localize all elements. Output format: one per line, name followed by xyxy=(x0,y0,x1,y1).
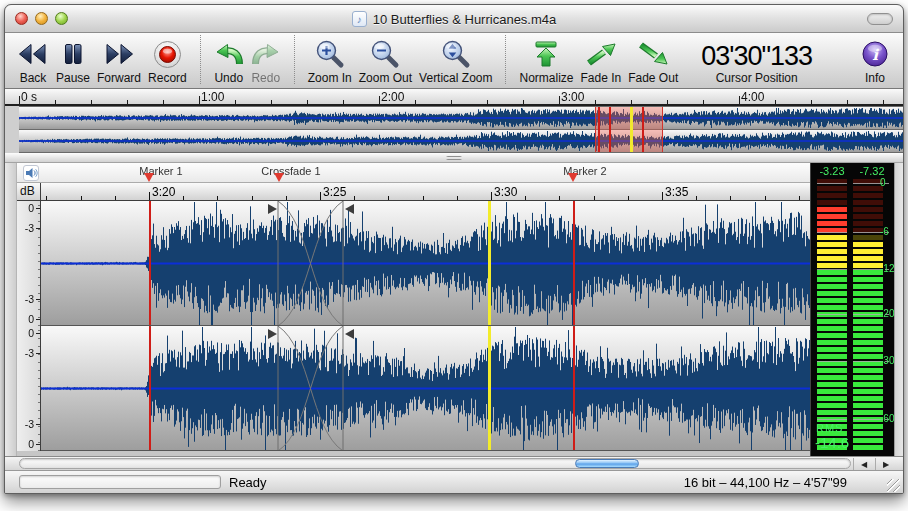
crossfade-region[interactable] xyxy=(266,201,356,326)
waveform-canvas-right[interactable] xyxy=(41,326,810,451)
db-axis-minor-tick xyxy=(38,229,40,230)
marker-handle[interactable] xyxy=(274,173,284,182)
rms-value: -14.6 xyxy=(815,434,849,451)
overview-marker-line xyxy=(642,107,644,152)
fade-in-button[interactable]: Fade In xyxy=(580,38,621,85)
window-title: 10 Butterflies & Hurricanes.m4a xyxy=(373,12,557,27)
db-axis-label: -3 xyxy=(25,293,34,305)
vertical-zoom-icon xyxy=(441,38,471,70)
scrollbar-track[interactable] xyxy=(19,458,851,469)
zoom-out-button[interactable]: Zoom Out xyxy=(359,38,412,85)
meter-scale-label: -20 xyxy=(880,308,894,319)
titlebar[interactable]: ♪ 10 Butterflies & Hurricanes.m4a xyxy=(5,5,903,33)
zoom-in-label: Zoom In xyxy=(308,71,352,85)
scroll-right-button[interactable]: ▶ xyxy=(875,458,896,470)
db-axis-minor-tick xyxy=(38,442,40,443)
meter-scale-label: -6 xyxy=(880,226,889,237)
fade-out-icon xyxy=(636,38,670,70)
overview-cursor-line xyxy=(630,107,633,152)
db-axis-tick xyxy=(36,353,40,354)
db-axis-label: 0 xyxy=(28,202,34,214)
scroll-left-icon: ◀ xyxy=(861,460,867,469)
pause-icon xyxy=(61,38,85,70)
meter-scale-label: -30 xyxy=(880,355,894,366)
fast-forward-icon xyxy=(103,38,135,70)
marker-handle[interactable] xyxy=(568,173,578,182)
audio-format-info: 16 bit – 44,100 Hz – 4'57"99 xyxy=(684,475,847,490)
info-button[interactable]: i Info xyxy=(861,38,889,85)
back-label: Back xyxy=(20,71,47,85)
horizontal-scrollbar[interactable]: ◀ ▶ xyxy=(5,456,903,470)
info-icon: i xyxy=(861,38,889,70)
toolbar-separator xyxy=(200,35,201,84)
db-axis-unit: dB xyxy=(17,183,41,201)
window-resize-grip[interactable] xyxy=(887,479,900,492)
waveform-canvas-left[interactable] xyxy=(41,201,810,326)
crossfade-region[interactable] xyxy=(266,326,356,451)
db-axis-minor-tick xyxy=(38,370,40,371)
marker-bar[interactable]: Marker 1Crossfade 1Marker 2 xyxy=(17,163,810,183)
overview-selection-region[interactable] xyxy=(595,107,663,152)
scrollbar-thumb[interactable] xyxy=(575,459,639,468)
marker-line xyxy=(149,326,151,451)
overview-ruler-label: 4:00 xyxy=(741,90,764,104)
main-editor: Marker 1Crossfade 1Marker 2 dB 3:203:253… xyxy=(5,163,903,456)
overview-marker-line xyxy=(609,107,611,152)
overview-ruler-label: 1:00 xyxy=(201,90,224,104)
forward-button[interactable]: Forward xyxy=(97,38,141,85)
channel-speaker-icon[interactable] xyxy=(23,165,39,181)
db-axis-tick xyxy=(36,319,40,320)
fade-in-label: Fade In xyxy=(580,71,621,85)
db-axis-tick xyxy=(36,208,40,209)
splitter-grip[interactable] xyxy=(446,156,462,160)
vertical-zoom-button[interactable]: Vertical Zoom xyxy=(419,38,492,85)
zoom-in-button[interactable]: Zoom In xyxy=(308,38,352,85)
pane-splitter[interactable] xyxy=(5,153,903,163)
overview-waveform-canvas[interactable] xyxy=(19,106,903,153)
peak-value-right: -7.32 xyxy=(851,165,893,177)
title-wrap: ♪ 10 Butterflies & Hurricanes.m4a xyxy=(5,5,903,33)
main-timeline-ruler[interactable]: 3:203:253:303:35 xyxy=(41,183,810,201)
cursor-position-label: Cursor Position xyxy=(716,71,798,85)
marker-handle[interactable] xyxy=(144,173,154,182)
fade-out-button[interactable]: Fade Out xyxy=(628,38,678,85)
normalize-button[interactable]: Normalize xyxy=(519,38,573,85)
db-axis-minor-tick xyxy=(38,338,40,339)
toolbar-toggle-button[interactable] xyxy=(867,13,893,25)
db-axis-label: -3 xyxy=(25,347,34,359)
db-axis-minor-tick xyxy=(38,346,40,347)
overview-marker-line xyxy=(598,107,600,152)
db-axis-tick xyxy=(36,444,40,445)
pause-button[interactable]: Pause xyxy=(56,38,90,85)
db-axis-minor-tick xyxy=(38,317,40,318)
db-axis-label: 0 xyxy=(28,313,34,325)
fade-in-icon xyxy=(584,38,618,70)
undo-icon xyxy=(214,38,244,70)
crossfade-left-handle-icon xyxy=(268,329,277,339)
overview-timeline-ruler[interactable]: 0 s1:002:003:004:00 xyxy=(5,89,903,106)
toolbar-separator xyxy=(505,35,506,84)
info-label: Info xyxy=(865,71,885,85)
waveform-channel-left[interactable] xyxy=(41,201,810,326)
undo-button[interactable]: Undo xyxy=(214,38,244,85)
meter-scale-label: -60 xyxy=(880,413,894,424)
db-axis-minor-tick xyxy=(38,330,40,331)
db-axis-label: -3 xyxy=(25,418,34,430)
document-music-icon: ♪ xyxy=(352,11,367,27)
forward-label: Forward xyxy=(97,71,141,85)
waveform-channel-right[interactable] xyxy=(41,326,810,451)
main-ruler-label: 3:35 xyxy=(665,185,688,199)
db-axis-minor-tick xyxy=(38,261,40,262)
marker-label: Marker 2 xyxy=(535,165,635,177)
db-axis-minor-tick xyxy=(38,237,40,238)
back-button[interactable]: Back xyxy=(17,38,49,85)
marker-line xyxy=(149,201,151,326)
db-axis-label: 0 xyxy=(28,327,34,339)
db-axis-minor-tick xyxy=(38,293,40,294)
record-button[interactable]: Record xyxy=(148,38,187,85)
overview-waveform[interactable] xyxy=(5,106,903,153)
scroll-left-button[interactable]: ◀ xyxy=(853,458,874,470)
meter-scale-label: 0 xyxy=(880,177,886,188)
db-axis: 0-3-300-3-30 xyxy=(17,201,41,451)
db-axis-minor-tick xyxy=(38,277,40,278)
